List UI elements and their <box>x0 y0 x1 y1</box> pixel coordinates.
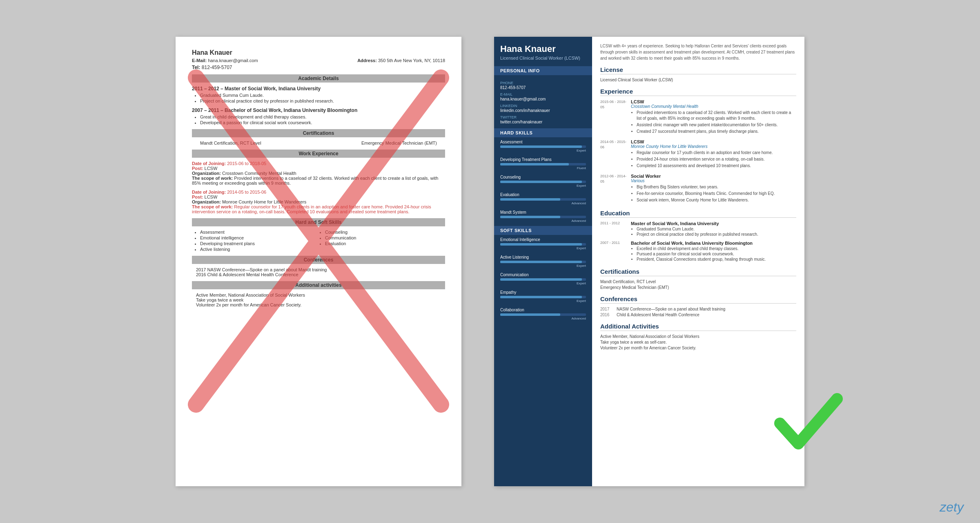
bad-work-2: Date of Joining: 2014-05 to 2015-06 Post… <box>192 190 445 214</box>
exp-3: 2012-06 - 2014-05 Social Worker Various … <box>600 174 796 204</box>
experience-section: Experience 2015-06 - 2018-05 LCSW Crosst… <box>600 88 796 204</box>
skill-evaluation: Evaluation Advanced <box>494 190 592 208</box>
zety-logo: zety <box>940 500 964 515</box>
bad-conf-header: Conferences <box>192 256 445 264</box>
good-resume-wrapper: Hana Knauer Licensed Clinical Social Wor… <box>494 37 804 486</box>
bad-certs-row: Mandt Certification, RCT Level Emergency… <box>192 141 445 145</box>
bad-resume: Hana Knauer E-Mail: hana.knauer@gmail.co… <box>176 37 461 486</box>
skill-treatment: Developing Treatment Plans Fluent <box>494 155 592 172</box>
skill-assessment: Assessment Expert <box>494 137 592 155</box>
skill-empathy: Empathy Expert <box>494 288 592 305</box>
good-title: Licensed Clinical Social Worker (LCSW) <box>500 56 586 60</box>
skill-mandt: Mandt System Advanced <box>494 208 592 225</box>
good-edu-1: 2011 - 2012 Master of Social Work, India… <box>600 221 796 237</box>
bad-conferences: 2017 NASW Conference—Spoke on a panel ab… <box>192 267 445 277</box>
summary: LCSW with 4+ years of experience. Seekin… <box>600 43 796 61</box>
bad-edu-1: 2011 – 2012 – Master of Social Work, Ind… <box>192 86 445 103</box>
soft-skills-title: Soft Skills <box>494 226 592 235</box>
bad-address: Address: 350 5th Ave New York, NY, 10118 <box>357 58 445 63</box>
certs-section: Certifications Mandt Certification, RCT … <box>600 268 796 290</box>
skill-counseling: Counseling Expert <box>494 172 592 190</box>
bad-skills-list: Assessment Emotional intelligence Develo… <box>192 230 445 252</box>
bad-certs-header: Certifications <box>192 129 445 137</box>
skill-collaboration: Collaboration Advanced <box>494 305 592 323</box>
personal-info-block: Phone 812-459-5707 E-mail hana.knauer@gm… <box>494 75 592 127</box>
bad-email: E-Mail: hana.knauer@gmail.com <box>192 58 258 63</box>
conf-2: 2016 Child & Adolescent Mental Health Co… <box>600 313 796 317</box>
bad-tel: Tel: 812-459-5707 <box>192 65 445 70</box>
sidebar: Hana Knauer Licensed Clinical Social Wor… <box>494 37 592 486</box>
skill-communication: Communication Expert <box>494 270 592 288</box>
bad-contact: E-Mail: hana.knauer@gmail.com Address: 3… <box>192 58 445 63</box>
license-section: License Licensed Clinical Social Worker … <box>600 66 796 82</box>
good-name: Hana Knauer <box>500 44 586 54</box>
conf-1: 2017 NASW Conference—Spoke on a panel ab… <box>600 307 796 311</box>
personal-info-title: Personal Info <box>494 66 592 75</box>
bad-activities: Active Member, National Association of S… <box>192 293 445 307</box>
skill-listening: Active Listening Expert <box>494 253 592 270</box>
good-edu-2: 2007 - 2011 Bachelor of Social Work, Ind… <box>600 241 796 262</box>
bad-work-1: Date of Joining: 2015-06 to 2018-05 Post… <box>192 161 445 186</box>
exp-2: 2014-05 - 2015-06 LCSW Monroe County Hom… <box>600 139 796 170</box>
conferences-section: Conferences 2017 NASW Conference—Spoke o… <box>600 295 796 317</box>
hard-skills-title: Hard Skills <box>494 128 592 137</box>
bad-edu-2: 2007 – 2011 – Bachelor of Social Work, I… <box>192 107 445 125</box>
bad-resume-wrapper: Hana Knauer E-Mail: hana.knauer@gmail.co… <box>176 37 461 486</box>
exp-1: 2015-06 - 2018-05 LCSW Crosstown Communi… <box>600 99 796 135</box>
education-section: Education 2011 - 2012 Master of Social W… <box>600 210 796 262</box>
bad-academic-header: Academic Details <box>192 74 445 83</box>
sidebar-header: Hana Knauer Licensed Clinical Social Wor… <box>494 37 592 65</box>
bad-work-header: Work Experience <box>192 150 445 158</box>
activities-section: Additional Activities Active Member, Nat… <box>600 323 796 350</box>
bad-name: Hana Knauer <box>192 49 445 56</box>
bad-activities-header: Additional activities <box>192 281 445 289</box>
bad-skills-header: Hard and Soft Skills <box>192 218 445 226</box>
good-resume: Hana Knauer Licensed Clinical Social Wor… <box>494 37 804 486</box>
skill-eq: Emotional Intelligence Expert <box>494 235 592 253</box>
checkmark-overlay <box>772 387 845 462</box>
